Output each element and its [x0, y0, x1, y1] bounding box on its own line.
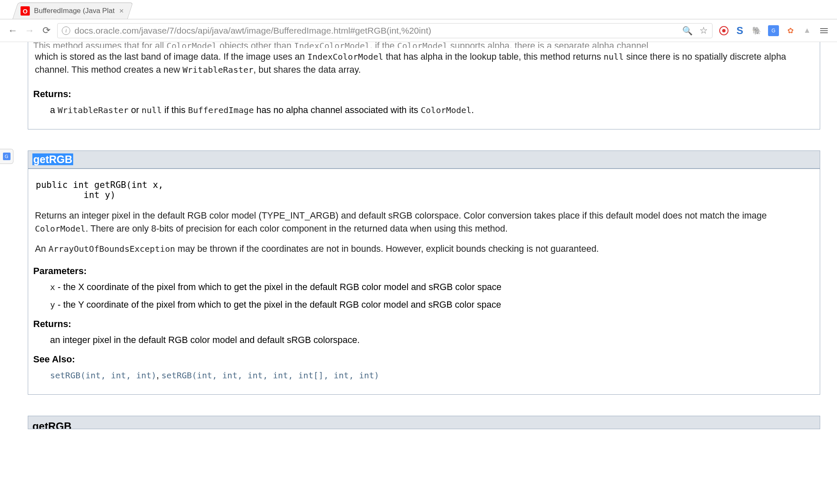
url-text: docs.oracle.com/javase/7/docs/api/java/a… — [74, 26, 431, 36]
text: ColorModel — [397, 41, 448, 48]
bookmark-icon[interactable]: ☆ — [699, 25, 708, 36]
zoom-icon[interactable]: 🔍 — [682, 26, 693, 36]
parameters-label: Parameters: — [33, 263, 815, 281]
url-bar[interactable]: i docs.oracle.com/javase/7/docs/api/java… — [57, 23, 713, 38]
page-content: This method assumes that for all ColorMo… — [0, 42, 837, 429]
reload-button[interactable]: ⟳ — [40, 25, 52, 36]
text: WritableRaster — [183, 65, 254, 75]
text: IndexColorModel — [307, 52, 384, 62]
site-info-icon[interactable]: i — [62, 26, 70, 35]
text: which is stored as the last band of imag… — [35, 52, 307, 62]
text: This method assumes that for all — [33, 41, 167, 48]
method-block-getRGB: public int getRGB(int x, int y) Returns … — [28, 169, 820, 395]
extension-icon-4[interactable]: G — [768, 25, 779, 36]
text: ColorModel — [167, 41, 217, 48]
method-header-getRGB: getRGB — [28, 150, 820, 169]
extension-icon-5[interactable]: ✿ — [785, 25, 796, 36]
parameter-x: x - the X coordinate of the pixel from w… — [33, 281, 815, 298]
parameter-y: y - the Y coordinate of the pixel from w… — [33, 298, 815, 316]
tab-strip: O BufferedImage (Java Plat ✕ — [0, 0, 837, 19]
extension-icon-6[interactable]: ▲ — [802, 25, 813, 36]
extension-icon-1[interactable] — [719, 26, 728, 35]
translate-icon: G — [3, 153, 11, 160]
back-button[interactable]: ← — [7, 25, 19, 36]
seealso-links: setRGB(int, int, int), setRGB(int, int, … — [33, 369, 815, 387]
extension-icons: S 🐘 G ✿ ▲ — [718, 25, 813, 36]
returns-text: a WritableRaster or null if this Buffere… — [33, 104, 815, 121]
seealso-link-1[interactable]: setRGB(int, int, int) — [50, 370, 156, 380]
method-name: getRGB — [32, 153, 73, 165]
browser-menu-icon[interactable] — [818, 26, 830, 35]
returns-text: an integer pixel in the default RGB colo… — [33, 334, 815, 351]
returns-label: Returns: — [33, 86, 815, 104]
close-icon[interactable]: ✕ — [119, 8, 124, 14]
text: objects other than — [217, 41, 294, 48]
oracle-favicon: O — [21, 6, 30, 16]
seealso-label: See Also: — [33, 351, 815, 369]
extension-icon-2[interactable]: S — [734, 25, 745, 36]
method-signature: public int getRGB(int x, int y) — [33, 172, 815, 209]
method-block-getAlphaRaster: This method assumes that for all ColorMo… — [28, 42, 820, 129]
method-header-getRGB-overload: getRGB — [28, 416, 820, 429]
nav-bar: ← → ⟳ i docs.oracle.com/javase/7/docs/ap… — [0, 19, 837, 42]
returns-label: Returns: — [33, 316, 815, 334]
browser-tab[interactable]: O BufferedImage (Java Plat ✕ — [13, 3, 133, 19]
forward-button[interactable]: → — [24, 25, 35, 36]
text: IndexColorModel — [294, 41, 370, 48]
text: supports alpha, there is a separate alph… — [448, 41, 649, 48]
browser-chrome: O BufferedImage (Java Plat ✕ ← → ⟳ i doc… — [0, 0, 837, 42]
tab-title: BufferedImage (Java Plat — [34, 7, 115, 15]
method-description-1: Returns an integer pixel in the default … — [33, 209, 815, 243]
text: null — [604, 52, 624, 62]
method-description-2: An ArrayOutOfBoundsException may be thro… — [33, 243, 815, 263]
text: that has alpha in the lookup table, this… — [383, 52, 604, 62]
text: , but shares the data array. — [254, 65, 361, 75]
side-translate-bubble[interactable]: G — [0, 149, 13, 164]
text: , if the — [370, 41, 397, 48]
seealso-link-2[interactable]: setRGB(int, int, int, int, int[], int, i… — [162, 370, 379, 380]
extension-icon-3[interactable]: 🐘 — [751, 25, 762, 36]
